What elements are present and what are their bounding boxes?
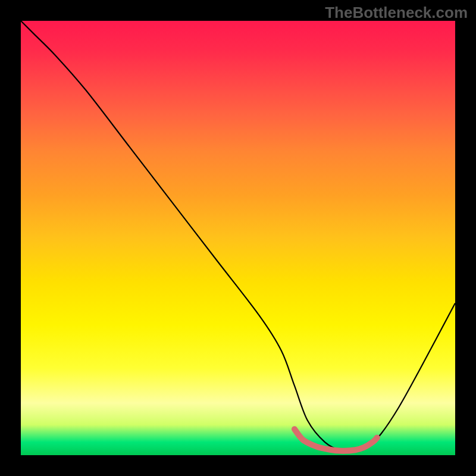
chart-container: TheBottleneck.com xyxy=(0,0,476,476)
chart-overlay xyxy=(21,21,455,455)
optimal-range-endpoint xyxy=(374,435,380,441)
optimal-range-marker xyxy=(295,429,377,451)
bottleneck-curve xyxy=(21,21,455,452)
watermark-text: TheBottleneck.com xyxy=(325,4,468,22)
